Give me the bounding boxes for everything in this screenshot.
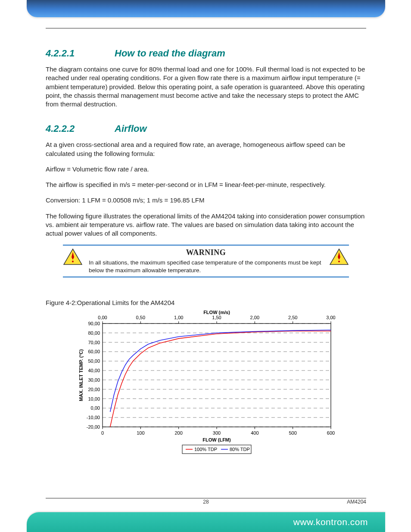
footer-band: www.kontron.com (27, 512, 385, 532)
svg-text:70,00: 70,00 (88, 340, 100, 345)
svg-text:80,00: 80,00 (88, 330, 100, 336)
chart: -20,00-10,000,0010,0020,0030,0040,0050,0… (77, 311, 335, 457)
svg-text:80% TDP: 80% TDP (230, 447, 250, 452)
svg-text:1,50: 1,50 (212, 315, 221, 320)
warning-body: In all situations, the maximum specified… (89, 259, 323, 274)
svg-text:20,00: 20,00 (88, 387, 100, 392)
section-title: Airflow (115, 123, 147, 134)
paragraph: The following figure illustrates the ope… (46, 212, 366, 238)
paragraph: At a given cross-sectional area and a re… (46, 140, 366, 158)
section-number: 4.2.2.1 (46, 48, 115, 59)
hazard-icon (63, 248, 83, 265)
page-content: 4.2.2.1 How to read the diagram The diag… (46, 28, 366, 457)
svg-text:0,00: 0,00 (91, 406, 100, 411)
page-number: 28 (46, 499, 366, 505)
svg-text:100% TDP: 100% TDP (194, 447, 217, 452)
svg-text:40,00: 40,00 (88, 368, 100, 373)
footer: 28 AM4204 (46, 499, 366, 505)
warning-callout: WARNING In all situations, the maximum s… (63, 245, 349, 277)
section-number: 4.2.2.2 (46, 123, 115, 134)
section-heading-4222: 4.2.2.2 Airflow (46, 123, 366, 134)
hazard-icon (329, 248, 349, 265)
svg-text:60,00: 60,00 (88, 349, 100, 355)
paragraph: Airflow = Volumetric flow rate / area. (46, 165, 366, 174)
svg-text:400: 400 (251, 430, 258, 436)
header-band (27, 0, 385, 17)
svg-point-1 (72, 261, 74, 262)
svg-text:90,00: 90,00 (88, 321, 100, 326)
svg-text:0: 0 (101, 430, 104, 436)
footer-url: www.kontron.com (293, 517, 368, 527)
section-title: How to read the diagram (115, 48, 225, 59)
svg-text:200: 200 (174, 430, 182, 436)
warning-title: WARNING (89, 248, 323, 257)
svg-text:10,00: 10,00 (88, 396, 100, 401)
svg-point-3 (338, 261, 340, 262)
svg-text:300: 300 (213, 430, 221, 436)
figure-caption: Figure 4-2:Operational Limits for the AM… (46, 299, 366, 306)
svg-text:50,00: 50,00 (88, 359, 100, 364)
svg-text:100: 100 (137, 430, 144, 436)
svg-text:0,50: 0,50 (136, 315, 145, 320)
svg-text:600: 600 (327, 430, 335, 436)
svg-text:30,00: 30,00 (88, 377, 100, 383)
section-heading-4221: 4.2.2.1 How to read the diagram (46, 48, 366, 59)
footer-rule (46, 498, 366, 498)
paragraph: The diagram contains one curve for 80% t… (46, 65, 366, 109)
svg-text:500: 500 (289, 430, 296, 436)
paragraph: The airflow is specified in m/s = meter-… (46, 180, 366, 189)
svg-text:FLOW (LFM): FLOW (LFM) (202, 437, 231, 442)
svg-text:MAX. INLET TEMP. (°C): MAX. INLET TEMP. (°C) (78, 349, 84, 401)
svg-text:-20,00: -20,00 (87, 424, 100, 429)
svg-text:1,00: 1,00 (174, 315, 183, 320)
model-label: AM4204 (347, 499, 366, 505)
svg-text:2,50: 2,50 (288, 315, 297, 320)
top-rule (46, 28, 366, 28)
svg-text:2,00: 2,00 (250, 315, 259, 320)
svg-text:0,00: 0,00 (98, 315, 107, 320)
svg-text:3,00: 3,00 (326, 315, 335, 320)
svg-text:FLOW (m/s): FLOW (m/s) (203, 311, 230, 315)
svg-rect-56 (103, 324, 331, 427)
svg-text:-10,00: -10,00 (87, 415, 100, 420)
paragraph: Conversion: 1 LFM = 0.00508 m/s; 1 m/s =… (46, 196, 366, 205)
